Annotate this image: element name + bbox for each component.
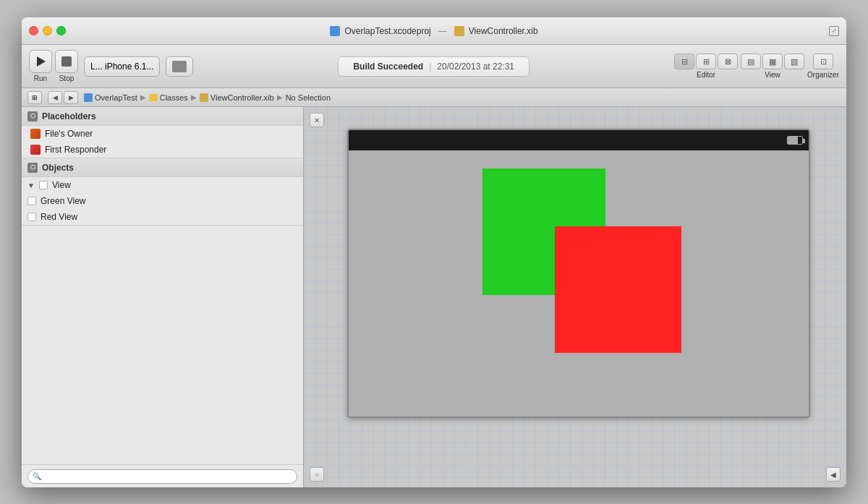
placeholders-header: ⬡ Placeholders: [22, 107, 303, 126]
breadcrumb-project[interactable]: OverlapTest: [84, 93, 137, 102]
run-label: Run: [34, 74, 47, 82]
run-icon: [29, 50, 52, 73]
scheme-selector[interactable]: L... iPhone 6.1...: [84, 56, 160, 77]
first-responder-icon: [30, 145, 41, 155]
tree-arrow-view: ▼: [27, 181, 35, 189]
placeholders-section: ⬡ Placeholders File's Owner First Respon…: [22, 107, 303, 158]
breadcrumb-xib[interactable]: ViewController.xib: [200, 93, 274, 102]
standard-editor-button[interactable]: ⊟: [674, 54, 694, 69]
sidebar: ⬡ Placeholders File's Owner First Respon…: [22, 107, 304, 487]
stop-square: [61, 56, 72, 67]
xib-filename: ViewController.xib: [469, 26, 538, 36]
organizer-label: Organizer: [807, 71, 839, 79]
back-nav-button[interactable]: ◀: [48, 91, 62, 104]
red-view-item[interactable]: Red View: [22, 209, 303, 225]
main-content: ⬡ Placeholders File's Owner First Respon…: [22, 107, 846, 487]
breakpoints-icon: [172, 61, 187, 72]
objects-icon: ⬡: [27, 163, 38, 173]
stop-icon: [55, 50, 78, 73]
first-responder-label: First Responder: [45, 145, 106, 155]
canvas-right-controls: ◀: [826, 467, 841, 482]
red-view-label: Red View: [41, 212, 77, 222]
first-responder-item[interactable]: First Responder: [22, 142, 303, 158]
toolbar-right-group: ⊟ ⊞ ⊠ Editor ▤ ▦ ▧ View ⊡ Organizer: [674, 54, 839, 79]
stop-label: Stop: [59, 74, 75, 82]
files-owner-icon: [30, 129, 41, 139]
sidebar-footer: 🔍: [22, 464, 303, 487]
breadcrumb-sep-1: ▶: [140, 93, 146, 101]
breadcrumb-sep-2: ▶: [191, 93, 197, 101]
breadcrumb-classes-label: Classes: [160, 93, 188, 102]
folder-breadcrumb-icon: [149, 94, 158, 101]
utilities-panel-button[interactable]: ▧: [784, 54, 804, 69]
view-label: View: [52, 180, 71, 190]
build-separator: |: [429, 61, 431, 72]
view-item[interactable]: ▼ View: [22, 177, 303, 193]
breadcrumb-selection-label: No Selection: [286, 93, 331, 102]
debug-panel-button[interactable]: ▦: [762, 54, 783, 69]
canvas-nav-button[interactable]: ◀: [826, 467, 841, 482]
editor-button-group: ⊟ ⊞ ⊠ Editor: [674, 54, 738, 79]
view-checkbox[interactable]: [39, 181, 48, 189]
stop-button[interactable]: Stop: [55, 50, 78, 82]
breadcrumb-nav: ◀ ▶: [48, 91, 78, 104]
grid-toggle-button[interactable]: ⊞: [27, 91, 42, 104]
canvas-close-button[interactable]: ✕: [310, 113, 324, 127]
window-title: OverlapTest.xcodeproj — ViewController.x…: [330, 26, 537, 36]
organizer-button-group: ⊡ Organizer: [807, 54, 839, 79]
navigator-panel-button[interactable]: ▤: [741, 54, 761, 69]
green-view-item[interactable]: Green View: [22, 193, 303, 209]
breadcrumb-classes[interactable]: Classes: [149, 93, 188, 102]
xib-breadcrumb-icon: [200, 93, 208, 102]
objects-header: ⬡ Objects: [22, 158, 303, 177]
ios-device-frame: [347, 129, 810, 418]
breadcrumb-sep-3: ▶: [277, 93, 283, 101]
main-window: OverlapTest.xcodeproj — ViewController.x…: [22, 17, 846, 487]
green-view-checkbox[interactable]: [27, 197, 36, 205]
build-succeeded-text: Build Succeeded: [353, 61, 423, 72]
close-button[interactable]: [29, 26, 38, 35]
project-icon: [330, 26, 340, 36]
ios-view-content: [349, 150, 809, 417]
run-stop-group: Run Stop: [29, 50, 78, 82]
search-icon: 🔍: [33, 472, 41, 480]
maximize-button[interactable]: [56, 26, 66, 35]
project-filename: OverlapTest.xcodeproj: [344, 26, 430, 36]
scroll-to-fit-button[interactable]: ○: [310, 467, 324, 482]
placeholders-icon: ⬡: [27, 111, 38, 121]
breadcrumb-project-label: OverlapTest: [95, 93, 137, 102]
build-time-text: 20/02/2013 at 22:31: [437, 61, 514, 72]
forward-nav-button[interactable]: ▶: [64, 91, 78, 104]
version-editor-button[interactable]: ⊠: [718, 54, 738, 69]
red-view-canvas[interactable]: [555, 226, 681, 353]
canvas-top-controls: ✕: [310, 113, 324, 127]
organizer-button[interactable]: ⊡: [813, 54, 833, 69]
build-status-area: Build Succeeded | 20/02/2013 at 22:31: [199, 56, 668, 77]
files-owner-item[interactable]: File's Owner: [22, 126, 303, 142]
view-button-group: ▤ ▦ ▧ View: [741, 54, 804, 79]
toolbar: Run Stop L... iPhone 6.1... Build Succee…: [22, 45, 846, 88]
breadcrumb-bar: ⊞ ◀ ▶ OverlapTest ▶ Classes ▶ ViewContro…: [22, 88, 846, 107]
editor-label: Editor: [697, 71, 715, 79]
sidebar-empty-area: [22, 226, 303, 464]
window-controls: [29, 26, 66, 35]
green-view-label: Green View: [41, 196, 85, 206]
play-triangle: [37, 56, 46, 67]
breadcrumb-xib-label: ViewController.xib: [210, 93, 274, 102]
files-owner-label: File's Owner: [45, 129, 93, 139]
minimize-button[interactable]: [43, 26, 52, 35]
ios-battery-fill: [788, 137, 798, 144]
ios-status-bar: [349, 130, 809, 150]
red-view-checkbox[interactable]: [27, 213, 36, 221]
objects-section: ⬡ Objects ▼ View Green View Red View: [22, 158, 303, 226]
sidebar-search[interactable]: 🔍: [27, 469, 297, 484]
assistant-editor-button[interactable]: ⊞: [696, 54, 716, 69]
view-label: View: [765, 71, 780, 79]
xib-icon: [454, 26, 464, 36]
breakpoints-button[interactable]: [166, 56, 193, 77]
run-button[interactable]: Run: [29, 50, 52, 82]
placeholders-title: Placeholders: [42, 111, 96, 121]
build-status-box: Build Succeeded | 20/02/2013 at 22:31: [338, 56, 529, 77]
expand-button[interactable]: ⤢: [829, 26, 839, 36]
editor-buttons: ⊟ ⊞ ⊠: [674, 54, 738, 69]
